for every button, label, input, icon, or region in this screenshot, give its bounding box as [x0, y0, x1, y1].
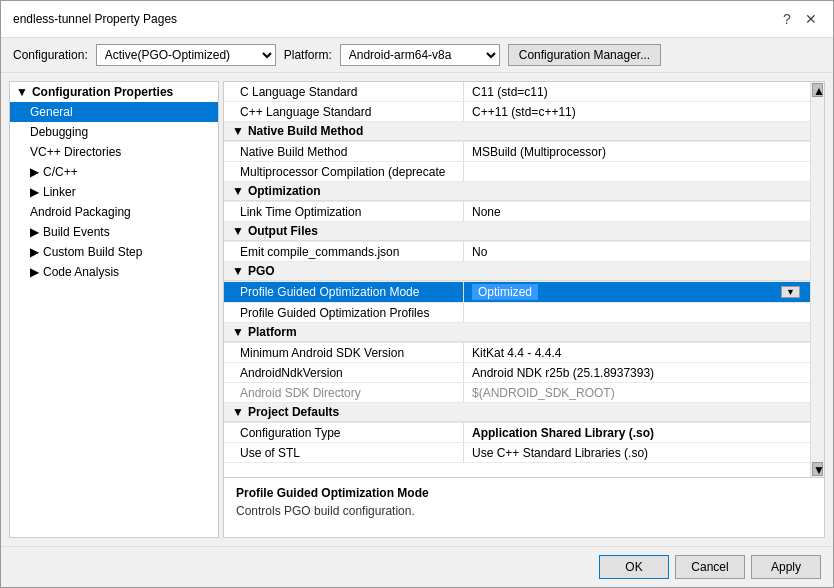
- table-row: Emit compile_commands.json No: [224, 242, 810, 262]
- config-select[interactable]: Active(PGO-Optimized): [96, 44, 276, 66]
- prop-name: Profile Guided Optimization Profiles: [224, 303, 464, 322]
- collapse-icon-5: ▼: [232, 325, 244, 339]
- scroll-up-arrow[interactable]: ▲: [812, 83, 823, 97]
- description-text: Controls PGO build configuration.: [236, 504, 812, 518]
- tree-item-code-analysis[interactable]: ▶ Code Analysis: [10, 262, 218, 282]
- triangle-right-icon-3: ▶: [30, 225, 39, 239]
- tree-item-build-events[interactable]: ▶ Build Events: [10, 222, 218, 242]
- prop-name: Minimum Android SDK Version: [224, 343, 464, 362]
- scrollbar[interactable]: ▲ ▼: [810, 82, 824, 477]
- prop-name: Multiprocessor Compilation (deprecate: [224, 162, 464, 181]
- dropdown-icon[interactable]: ▼: [781, 286, 800, 298]
- toolbar: Configuration: Active(PGO-Optimized) Pla…: [1, 38, 833, 73]
- prop-value: Application Shared Library (.so): [464, 423, 810, 442]
- tree-item-vc-directories[interactable]: VC++ Directories: [10, 142, 218, 162]
- table-row-category: ▼ Native Build Method: [224, 122, 810, 142]
- prop-name: Use of STL: [224, 443, 464, 462]
- tree-item-custom-build-step[interactable]: ▶ Custom Build Step: [10, 242, 218, 262]
- collapse-icon-6: ▼: [232, 405, 244, 419]
- prop-name: C Language Standard: [224, 82, 464, 101]
- collapse-icon-4: ▼: [232, 264, 244, 278]
- prop-value: C11 (std=c11): [464, 82, 810, 101]
- close-button[interactable]: ✕: [801, 9, 821, 29]
- prop-value: KitKat 4.4 - 4.4.4: [464, 343, 810, 362]
- table-row: C Language Standard C11 (std=c11): [224, 82, 810, 102]
- prop-value: [464, 162, 810, 181]
- tree-item-build-events-label: Build Events: [43, 225, 110, 239]
- collapse-icon-2: ▼: [232, 184, 244, 198]
- table-row: Configuration Type Application Shared Li…: [224, 423, 810, 443]
- category-platform: ▼ Platform: [224, 323, 810, 342]
- prop-value: None: [464, 202, 810, 221]
- right-panel-inner: C Language Standard C11 (std=c11) C++ La…: [224, 82, 824, 477]
- table-row: Android SDK Directory $(ANDROID_SDK_ROOT…: [224, 383, 810, 403]
- config-manager-button[interactable]: Configuration Manager...: [508, 44, 661, 66]
- prop-name: Link Time Optimization: [224, 202, 464, 221]
- prop-value: Use C++ Standard Libraries (.so): [464, 443, 810, 462]
- tree-item-linker[interactable]: ▶ Linker: [10, 182, 218, 202]
- cancel-button[interactable]: Cancel: [675, 555, 745, 579]
- table-row-category: ▼ Optimization: [224, 182, 810, 202]
- table-row: Link Time Optimization None: [224, 202, 810, 222]
- prop-value-pgo-mode: Optimized ▼: [464, 282, 810, 302]
- category-project-defaults: ▼ Project Defaults: [224, 403, 810, 422]
- property-pages-dialog: endless-tunnel Property Pages ? ✕ Config…: [0, 0, 834, 588]
- dialog-title: endless-tunnel Property Pages: [13, 12, 177, 26]
- table-row: C++ Language Standard C++11 (std=c++11): [224, 102, 810, 122]
- category-pgo: ▼ PGO: [224, 262, 810, 281]
- prop-value: [464, 303, 810, 322]
- table-row: Profile Guided Optimization Profiles: [224, 303, 810, 323]
- prop-name: Configuration Type: [224, 423, 464, 442]
- pgo-mode-value: Optimized: [472, 284, 538, 300]
- tree-item-debugging[interactable]: Debugging: [10, 122, 218, 142]
- platform-select[interactable]: Android-arm64-v8a: [340, 44, 500, 66]
- description-panel: Profile Guided Optimization Mode Control…: [224, 477, 824, 537]
- prop-name: C++ Language Standard: [224, 102, 464, 121]
- tree-item-cpp[interactable]: ▶ C/C++: [10, 162, 218, 182]
- table-row: Minimum Android SDK Version KitKat 4.4 -…: [224, 343, 810, 363]
- title-bar: endless-tunnel Property Pages ? ✕: [1, 1, 833, 38]
- config-label: Configuration:: [13, 48, 88, 62]
- category-output-files: ▼ Output Files: [224, 222, 810, 241]
- scroll-down-arrow[interactable]: ▼: [812, 462, 823, 476]
- main-content: ▼ Configuration Properties General Debug…: [1, 73, 833, 546]
- right-panel: C Language Standard C11 (std=c11) C++ La…: [223, 81, 825, 538]
- prop-value: Android NDK r25b (25.1.8937393): [464, 363, 810, 382]
- collapse-icon-3: ▼: [232, 224, 244, 238]
- platform-label: Platform:: [284, 48, 332, 62]
- prop-name: Native Build Method: [224, 142, 464, 161]
- prop-name: Emit compile_commands.json: [224, 242, 464, 261]
- tree-item-android-packaging[interactable]: Android Packaging: [10, 202, 218, 222]
- prop-name: AndroidNdkVersion: [224, 363, 464, 382]
- table-row-category: ▼ Output Files: [224, 222, 810, 242]
- ok-button[interactable]: OK: [599, 555, 669, 579]
- prop-value: MSBuild (Multiprocessor): [464, 142, 810, 161]
- scroll-track: [811, 98, 824, 461]
- description-title: Profile Guided Optimization Mode: [236, 486, 812, 500]
- tree-root[interactable]: ▼ Configuration Properties: [10, 82, 218, 102]
- tree-item-vc-directories-label: VC++ Directories: [30, 145, 121, 159]
- apply-button[interactable]: Apply: [751, 555, 821, 579]
- title-bar-controls: ? ✕: [777, 9, 821, 29]
- table-row-selected[interactable]: Profile Guided Optimization Mode Optimiz…: [224, 282, 810, 303]
- table-row-category: ▼ PGO: [224, 262, 810, 282]
- triangle-right-icon-2: ▶: [30, 185, 39, 199]
- triangle-right-icon: ▶: [30, 165, 39, 179]
- tree-root-label: Configuration Properties: [32, 85, 173, 99]
- prop-name-pgo-mode: Profile Guided Optimization Mode: [224, 282, 464, 302]
- tree-item-debugging-label: Debugging: [30, 125, 88, 139]
- help-button[interactable]: ?: [777, 9, 797, 29]
- prop-value: No: [464, 242, 810, 261]
- tree-item-code-analysis-label: Code Analysis: [43, 265, 119, 279]
- tree-item-linker-label: Linker: [43, 185, 76, 199]
- table-row: Native Build Method MSBuild (Multiproces…: [224, 142, 810, 162]
- triangle-down-icon: ▼: [16, 85, 28, 99]
- tree-item-cpp-label: C/C++: [43, 165, 78, 179]
- collapse-icon: ▼: [232, 124, 244, 138]
- category-optimization: ▼ Optimization: [224, 182, 810, 201]
- tree-item-android-packaging-label: Android Packaging: [30, 205, 131, 219]
- table-row-category: ▼ Platform: [224, 323, 810, 343]
- triangle-right-icon-5: ▶: [30, 265, 39, 279]
- prop-value: $(ANDROID_SDK_ROOT): [464, 383, 810, 402]
- tree-item-general[interactable]: General: [10, 102, 218, 122]
